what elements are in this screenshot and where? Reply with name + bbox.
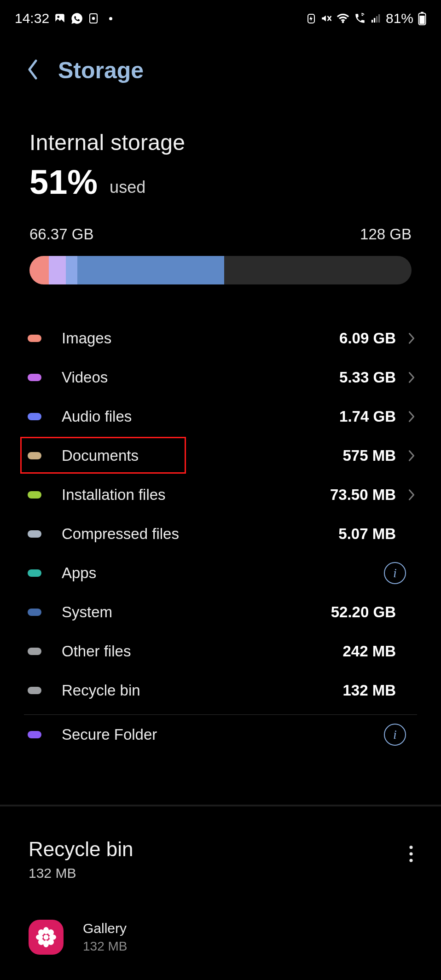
storage-item-value: 6.09 GB (339, 330, 396, 347)
internal-storage-label: Internal storage (29, 130, 412, 155)
svg-point-21 (48, 929, 54, 935)
storage-item-installation[interactable]: Installation files73.50 MB (24, 475, 417, 514)
used-label: used (110, 178, 145, 202)
svg-point-14 (409, 859, 412, 862)
wifi-icon (336, 13, 350, 24)
storage-item-recyclebin: Recycle bin132 MB (24, 671, 417, 710)
storage-item-label: Documents (62, 447, 342, 464)
svg-rect-7 (376, 16, 377, 23)
storage-item-label: Images (62, 330, 339, 347)
storage-item-value: 575 MB (342, 447, 396, 464)
svg-point-1 (57, 16, 59, 18)
info-icon[interactable]: i (384, 562, 406, 584)
used-percent: 51% (29, 162, 98, 202)
svg-point-15 (44, 935, 49, 940)
svg-rect-11 (420, 16, 425, 24)
storage-item-value: 132 MB (342, 682, 396, 699)
apps-chip (28, 569, 41, 577)
total-gb: 128 GB (360, 226, 412, 243)
recycle-bin-subtitle: 132 MB (29, 865, 133, 881)
chevron-right-icon (406, 371, 417, 384)
usage-bar-segment (49, 256, 66, 284)
storage-item-label: Recycle bin (62, 682, 342, 699)
svg-rect-6 (374, 18, 375, 23)
storage-item-label: System (62, 603, 331, 621)
more-icon[interactable] (409, 838, 413, 864)
info-icon[interactable]: i (384, 724, 406, 746)
storage-item-other: Other files242 MB (24, 632, 417, 671)
storage-item-compressed: Compressed files5.07 MB (24, 514, 417, 553)
images-chip (28, 335, 41, 342)
storage-summary: Internal storage 51% used 66.37 GB 128 G… (0, 84, 441, 284)
compressed-chip (28, 530, 41, 538)
svg-point-20 (38, 929, 44, 935)
secure-folder-label: Secure Folder (62, 726, 384, 743)
chevron-right-icon (406, 488, 417, 501)
storage-item-value: 5.33 GB (339, 369, 396, 386)
gallery-status-icon (54, 12, 66, 24)
gallery-size: 132 MB (83, 939, 128, 954)
svg-point-12 (409, 846, 412, 849)
storage-item-apps[interactable]: Appsi (24, 553, 417, 592)
status-left: 14:32 (15, 11, 112, 26)
gallery-app-icon (29, 920, 64, 955)
recycle-item-gallery[interactable]: Gallery 132 MB (0, 881, 441, 955)
status-bar: 14:32 81% (0, 0, 441, 32)
storage-item-value: 1.74 GB (339, 408, 396, 425)
app-header: Storage (0, 32, 441, 84)
storage-item-images[interactable]: Images6.09 GB (24, 319, 417, 358)
storage-item-documents[interactable]: Documents575 MB (24, 436, 417, 475)
mute-icon (320, 12, 332, 24)
videos-chip (28, 374, 41, 381)
battery-text: 81% (386, 11, 413, 26)
page-title: Storage (58, 57, 144, 84)
battery-icon (418, 12, 426, 25)
storage-item-label: Compressed files (62, 525, 338, 543)
usage-bar-segment (66, 256, 77, 284)
storage-category-list: Images6.09 GBVideos5.33 GBAudio files1.7… (0, 319, 441, 710)
back-icon[interactable] (26, 58, 40, 82)
gallery-label: Gallery (83, 921, 128, 936)
svg-rect-8 (378, 14, 380, 23)
usage-bar (29, 256, 412, 284)
svg-point-13 (409, 852, 412, 855)
secure-folder-chip (28, 731, 41, 738)
usage-bar-segment (77, 256, 225, 284)
svg-rect-10 (421, 12, 424, 13)
svg-point-23 (48, 939, 54, 945)
installation-chip (28, 491, 41, 499)
svg-rect-5 (371, 20, 373, 23)
clock: 14:32 (15, 11, 49, 26)
storage-item-value: 5.07 MB (338, 525, 396, 543)
secure-folder-row-wrapper: Secure Folder i (0, 715, 441, 754)
whatsapp-status-icon (70, 12, 83, 25)
usage-bar-segment (29, 256, 49, 284)
storage-item-videos[interactable]: Videos5.33 GB (24, 358, 417, 397)
storage-item-value: 242 MB (342, 643, 396, 660)
signal-icon (370, 13, 381, 24)
storage-item-label: Other files (62, 643, 342, 660)
wifi-calling-icon (354, 12, 366, 24)
storage-item-value: 52.20 GB (331, 603, 396, 621)
storage-item-secure-folder[interactable]: Secure Folder i (24, 715, 417, 754)
storage-item-audio[interactable]: Audio files1.74 GB (24, 397, 417, 436)
chevron-right-icon (406, 332, 417, 345)
storage-item-system: System52.20 GB (24, 592, 417, 632)
svg-point-3 (92, 17, 95, 20)
app-status-icon (88, 12, 99, 24)
other-chip (28, 648, 41, 655)
documents-chip (28, 452, 41, 459)
power-share-icon (306, 12, 317, 24)
storage-item-label: Audio files (62, 408, 339, 425)
storage-item-label: Videos (62, 369, 339, 386)
used-gb: 66.37 GB (29, 226, 93, 243)
system-chip (28, 609, 41, 616)
recyclebin-chip (28, 687, 41, 694)
chevron-right-icon (406, 449, 417, 462)
chevron-right-icon (406, 410, 417, 423)
recycle-bin-title: Recycle bin (29, 838, 133, 861)
storage-item-label: Apps (62, 564, 384, 582)
svg-point-22 (38, 939, 44, 945)
recycle-bin-header: Recycle bin 132 MB (0, 806, 441, 881)
audio-chip (28, 413, 41, 420)
